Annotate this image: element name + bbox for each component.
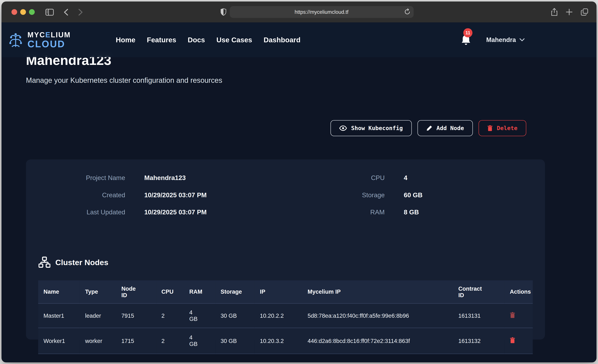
cpu-value: 4 bbox=[404, 174, 545, 182]
trash-icon bbox=[510, 337, 515, 343]
cell-ip: 10.20.3.2 bbox=[255, 328, 302, 354]
col-storage: Storage bbox=[215, 280, 255, 303]
mycelium-cloud-logo[interactable]: MYCELIUM CLOUD bbox=[7, 31, 71, 49]
cluster-nodes-title: Cluster Nodes bbox=[55, 258, 108, 267]
cluster-nodes-heading: Cluster Nodes bbox=[39, 256, 108, 268]
page-content: Mahendra123 Manage your Kubernetes clust… bbox=[1, 23, 597, 363]
chevron-down-icon bbox=[519, 38, 525, 42]
cell-type: leader bbox=[80, 303, 116, 328]
notifications-button[interactable]: 11 bbox=[461, 34, 471, 46]
last-updated-label: Last Updated bbox=[26, 208, 125, 216]
cluster-overview-card: Project Name Mahendra123 Created 10/29/2… bbox=[26, 159, 545, 339]
nav-home[interactable]: Home bbox=[116, 36, 135, 44]
reload-icon[interactable] bbox=[404, 8, 410, 15]
new-tab-icon[interactable] bbox=[566, 8, 573, 16]
main-nav: Home Features Docs Use Cases Dashboard bbox=[116, 36, 300, 44]
ram-label: RAM bbox=[285, 208, 385, 216]
ram-value: 8 GB bbox=[404, 208, 545, 216]
page-viewport: Mahendra123 Manage your Kubernetes clust… bbox=[1, 23, 597, 363]
col-type: Type bbox=[80, 280, 116, 303]
cell-type: worker bbox=[80, 328, 116, 354]
cell-actions bbox=[505, 303, 533, 328]
nav-docs[interactable]: Docs bbox=[188, 36, 205, 44]
cluster-overview: Project Name Mahendra123 Created 10/29/2… bbox=[26, 159, 545, 221]
cell-contract-id: 1613132 bbox=[453, 328, 504, 354]
back-icon[interactable] bbox=[64, 9, 68, 16]
tab-overview-icon[interactable] bbox=[581, 8, 588, 16]
cell-storage: 30 GB bbox=[215, 303, 255, 328]
nav-dashboard[interactable]: Dashboard bbox=[264, 36, 300, 44]
cluster-actions: Show Kubeconfig Add Node Delete bbox=[26, 120, 526, 136]
nav-use-cases[interactable]: Use Cases bbox=[216, 36, 252, 44]
cell-cpu: 2 bbox=[156, 303, 184, 328]
page-subtitle: Manage your Kubernetes cluster configura… bbox=[26, 76, 222, 85]
cell-name: Worker1 bbox=[38, 328, 80, 354]
share-icon[interactable] bbox=[551, 8, 557, 16]
cpu-label: CPU bbox=[285, 174, 385, 182]
site-header: MYCELIUM CLOUD Home Features Docs Use Ca… bbox=[1, 23, 597, 57]
cell-mycelium-ip: 5d8:78ea:a120:f40c:ff0f:a5fe:99e6:8b96 bbox=[302, 303, 453, 328]
col-cpu: CPU bbox=[156, 280, 184, 303]
storage-value: 60 GB bbox=[404, 191, 545, 199]
forward-icon[interactable] bbox=[78, 9, 83, 16]
zoom-window-button[interactable] bbox=[29, 9, 35, 15]
delete-node-button[interactable] bbox=[510, 337, 515, 344]
traffic-lights bbox=[11, 9, 35, 15]
delete-cluster-button[interactable]: Delete bbox=[479, 120, 526, 136]
screen: https://myceliumcloud.tf bbox=[0, 0, 598, 364]
close-window-button[interactable] bbox=[11, 9, 17, 15]
sidebar-toggle-icon[interactable] bbox=[45, 9, 54, 16]
col-ip: IP bbox=[255, 280, 302, 303]
created-label: Created bbox=[26, 191, 125, 199]
col-mycelium-ip: Mycelium IP bbox=[302, 280, 453, 303]
trash-icon bbox=[487, 125, 493, 131]
notification-count-badge: 11 bbox=[463, 28, 472, 37]
table-row: Master1 leader 7915 2 4 GB 30 GB 10.20.2… bbox=[38, 303, 533, 328]
cell-cpu: 2 bbox=[156, 328, 184, 354]
browser-window: https://myceliumcloud.tf bbox=[1, 1, 597, 362]
project-name-label: Project Name bbox=[26, 174, 125, 182]
pencil-icon bbox=[426, 125, 432, 131]
col-actions: Actions bbox=[505, 280, 533, 303]
storage-label: Storage bbox=[285, 191, 385, 199]
address-bar[interactable]: https://myceliumcloud.tf bbox=[230, 6, 414, 18]
delete-node-button[interactable] bbox=[510, 312, 515, 319]
col-ram: RAM bbox=[184, 280, 215, 303]
network-nodes-icon bbox=[39, 256, 50, 268]
cell-storage: 30 GB bbox=[215, 328, 255, 354]
cell-name: Master1 bbox=[38, 303, 80, 328]
privacy-shield-icon[interactable] bbox=[220, 8, 226, 16]
cluster-nodes-table: Name Type Node ID CPU RAM Storage IP Myc… bbox=[38, 280, 533, 354]
logo-line2: CLOUD bbox=[28, 39, 71, 49]
browser-toolbar: https://myceliumcloud.tf bbox=[1, 1, 597, 22]
show-kubeconfig-button[interactable]: Show Kubeconfig bbox=[331, 120, 412, 136]
cell-ram: 4 GB bbox=[184, 303, 215, 328]
logo-line1: MYCELIUM bbox=[28, 31, 71, 38]
user-menu[interactable]: Mahendra bbox=[486, 36, 525, 43]
cell-ram: 4 GB bbox=[184, 328, 215, 354]
cell-node-id: 1715 bbox=[116, 328, 156, 354]
nav-features[interactable]: Features bbox=[147, 36, 176, 44]
mycelium-tree-icon bbox=[7, 31, 25, 49]
cell-ip: 10.20.2.2 bbox=[255, 303, 302, 328]
cell-mycelium-ip: 446:d2a6:8bcd:8c16:ff0f:72e2:3114:863f bbox=[302, 328, 453, 354]
project-name-value: Mahendra123 bbox=[144, 174, 285, 182]
created-value: 10/29/2025 03:07 PM bbox=[144, 191, 285, 199]
col-name: Name bbox=[38, 280, 80, 303]
eye-icon bbox=[339, 125, 347, 131]
add-node-button[interactable]: Add Node bbox=[417, 120, 473, 136]
cell-node-id: 7915 bbox=[116, 303, 156, 328]
table-row: Worker1 worker 1715 2 4 GB 30 GB 10.20.3… bbox=[38, 328, 533, 354]
user-name: Mahendra bbox=[486, 36, 516, 43]
cell-actions bbox=[505, 328, 533, 354]
col-node-id: Node ID bbox=[116, 280, 156, 303]
last-updated-value: 10/29/2025 03:07 PM bbox=[144, 208, 285, 216]
trash-icon bbox=[510, 312, 515, 318]
table-header-row: Name Type Node ID CPU RAM Storage IP Myc… bbox=[38, 280, 533, 303]
url-text: https://myceliumcloud.tf bbox=[295, 9, 348, 15]
minimize-window-button[interactable] bbox=[20, 9, 26, 15]
cell-contract-id: 1613131 bbox=[453, 303, 504, 328]
col-contract-id: Contract ID bbox=[453, 280, 504, 303]
